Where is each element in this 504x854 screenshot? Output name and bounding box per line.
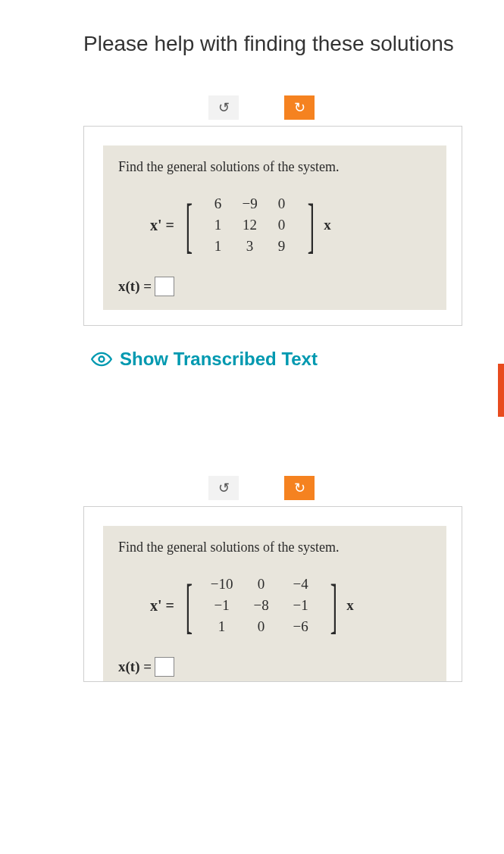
matrix-cell: 3 — [234, 236, 266, 257]
matrix-equation-1: x' = [ 6 −9 0 1 12 0 — [112, 193, 439, 257]
feedback-tab[interactable] — [498, 364, 504, 417]
rotate-toolbar-1: ↺ ↻ — [208, 95, 462, 120]
rotate-cw-button[interactable]: ↻ — [284, 95, 315, 120]
matrix-cell: 1 — [202, 214, 234, 236]
problem-image-1: Find the general solutions of the system… — [103, 145, 446, 310]
show-transcribed-label: Show Transcribed Text — [120, 349, 318, 370]
matrix-row: −10 0 −4 — [202, 574, 321, 595]
answer-lhs-1: x(t) = — [118, 278, 152, 295]
matrix-row: 6 −9 0 — [202, 193, 298, 214]
problem-image-2: Find the general solutions of the system… — [103, 526, 446, 681]
bracket-left-icon: [ — [186, 575, 193, 636]
rotate-ccw-button[interactable]: ↺ — [208, 476, 239, 500]
show-transcribed-button[interactable]: Show Transcribed Text — [91, 349, 504, 370]
matrix-cell: −10 — [202, 574, 242, 595]
problem-1: ↺ ↻ Find the general solutions of the sy… — [83, 95, 462, 326]
matrix-cell: 6 — [202, 193, 234, 214]
answer-input-2[interactable] — [155, 657, 174, 677]
matrix-cell: −8 — [242, 595, 281, 616]
answer-line-2: x(t) = — [112, 657, 439, 677]
matrix-cell: 9 — [266, 236, 298, 257]
answer-line-1: x(t) = — [112, 277, 439, 296]
matrix-row: 1 12 0 — [202, 214, 298, 236]
answer-input-1[interactable] — [155, 277, 174, 296]
matrix-cell: −1 — [281, 595, 321, 616]
matrix-cell: 0 — [266, 193, 298, 214]
bracket-right-icon: ] — [307, 195, 314, 255]
matrix-cell: −1 — [202, 595, 242, 616]
matrix-cell: −4 — [281, 574, 321, 595]
trailing-x-1: x — [324, 217, 331, 233]
problem-heading-2: Find the general solutions of the system… — [112, 540, 439, 555]
problem-heading-1: Find the general solutions of the system… — [112, 159, 439, 175]
svg-point-0 — [99, 357, 105, 362]
eye-icon — [91, 349, 112, 370]
problem-2: ↺ ↻ Find the general solutions of the sy… — [83, 476, 462, 682]
matrix-cell: 0 — [242, 574, 281, 595]
matrix-equation-2: x' = [ −10 0 −4 −1 −8 −1 — [112, 574, 439, 637]
matrix-cell: 1 — [202, 616, 242, 637]
matrix-cell: 12 — [234, 214, 266, 236]
problem-card-2: Find the general solutions of the system… — [83, 506, 462, 682]
rotate-ccw-button[interactable]: ↺ — [208, 95, 239, 120]
trailing-x-2: x — [346, 597, 354, 614]
matrix-2: −10 0 −4 −1 −8 −1 1 0 −6 — [199, 574, 324, 637]
matrix-cell: −9 — [234, 193, 266, 214]
question-title: Please help with finding these solutions — [83, 30, 462, 58]
matrix-1: 6 −9 0 1 12 0 1 3 9 — [199, 193, 301, 257]
bracket-left-icon: [ — [186, 195, 193, 255]
matrix-cell: 1 — [202, 236, 234, 257]
matrix-row: 1 3 9 — [202, 236, 298, 257]
answer-lhs-2: x(t) = — [118, 658, 152, 675]
rotate-cw-button[interactable]: ↻ — [284, 476, 315, 500]
matrix-cell: −6 — [281, 616, 321, 637]
rotate-toolbar-2: ↺ ↻ — [208, 476, 462, 500]
matrix-cell: 0 — [242, 616, 281, 637]
matrix-row: 1 0 −6 — [202, 616, 321, 637]
matrix-row: −1 −8 −1 — [202, 595, 321, 616]
bracket-right-icon: ] — [330, 575, 337, 636]
problem-card-1: Find the general solutions of the system… — [83, 126, 462, 326]
eq-lhs-2: x' = — [150, 597, 174, 615]
eq-lhs-1: x' = — [150, 217, 174, 234]
matrix-cell: 0 — [266, 214, 298, 236]
